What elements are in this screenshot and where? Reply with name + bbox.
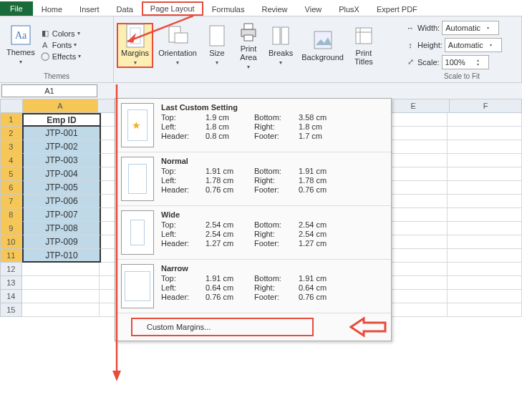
row-header[interactable]: 1 xyxy=(0,113,22,127)
row-header[interactable]: 4 xyxy=(0,154,22,167)
cell[interactable] xyxy=(448,167,522,181)
row-header[interactable]: 13 xyxy=(0,276,22,290)
effects-icon: ◯ xyxy=(40,52,50,62)
scale-input[interactable]: 100%▴▾ xyxy=(442,55,489,69)
cell[interactable] xyxy=(448,127,522,140)
margins-option-normal[interactable]: Normal Top:1.91 cmBottom:1.91 cm Left:1.… xyxy=(115,152,391,205)
size-button[interactable]: Size▾ xyxy=(202,22,232,69)
margins-option-wide[interactable]: Wide Top:2.54 cmBottom:2.54 cm Left:2.54… xyxy=(115,206,391,259)
print-titles-button[interactable]: Print Titles xyxy=(349,22,379,68)
row-header[interactable]: 2 xyxy=(0,127,22,140)
cell[interactable]: Emp ID xyxy=(22,113,102,127)
chevron-down-icon: ▾ xyxy=(134,59,137,66)
fonts-button[interactable]: AFonts ▾ xyxy=(40,40,81,50)
cell[interactable] xyxy=(448,263,522,276)
col-header-f[interactable]: F xyxy=(450,99,522,113)
row-header[interactable]: 7 xyxy=(0,195,22,208)
row-header[interactable]: 8 xyxy=(0,208,22,222)
col-header-a[interactable]: A xyxy=(23,99,98,113)
row-header[interactable]: 3 xyxy=(0,140,22,154)
cell[interactable] xyxy=(448,181,522,195)
svg-text:Aa: Aa xyxy=(15,30,27,41)
cell[interactable] xyxy=(448,113,522,127)
cell[interactable]: JTP-005 xyxy=(22,181,102,195)
cell[interactable]: JTP-009 xyxy=(22,235,102,249)
margins-option-narrow[interactable]: Narrow Top:1.91 cmBottom:1.91 cm Left:0.… xyxy=(115,260,391,313)
height-icon: ↕ xyxy=(405,40,415,50)
cell[interactable]: JTP-003 xyxy=(22,154,102,167)
cell[interactable] xyxy=(22,290,100,303)
cell[interactable] xyxy=(448,140,522,154)
width-select[interactable]: Automatic▾ xyxy=(442,21,499,35)
scale-label: Scale: xyxy=(417,58,440,67)
cell[interactable] xyxy=(448,290,522,303)
row-header[interactable]: 12 xyxy=(0,263,22,276)
margins-button[interactable]: Margins▾ xyxy=(117,23,153,68)
orientation-icon xyxy=(166,24,189,47)
scale-icon: ⤢ xyxy=(405,57,415,67)
print-area-button[interactable]: Print Area▾ xyxy=(233,18,264,73)
cell[interactable]: JTP-010 xyxy=(22,249,102,263)
cell[interactable] xyxy=(448,276,522,290)
svg-rect-11 xyxy=(281,27,289,44)
cell[interactable]: JTP-007 xyxy=(22,208,102,222)
tab-file[interactable]: File xyxy=(0,1,33,16)
cell[interactable] xyxy=(448,208,522,222)
cell[interactable] xyxy=(448,154,522,167)
chevron-down-icon: ▾ xyxy=(490,43,498,47)
cell[interactable] xyxy=(448,235,522,249)
themes-label: Themes xyxy=(6,48,35,57)
tab-data[interactable]: Data xyxy=(108,3,142,16)
scale-group-label: Scale to Fit xyxy=(405,72,518,81)
cell[interactable] xyxy=(22,276,100,290)
tab-insert[interactable]: Insert xyxy=(71,3,108,16)
margins-option-last[interactable]: ★ Last Custom Setting Top:1.9 cmBottom:3… xyxy=(115,99,391,152)
cell[interactable] xyxy=(22,263,100,276)
select-all[interactable] xyxy=(0,99,23,113)
tab-formulas[interactable]: Formulas xyxy=(203,3,253,16)
tab-expert-pdf[interactable]: Expert PDF xyxy=(368,3,426,16)
tab-view[interactable]: View xyxy=(296,3,331,16)
star-icon: ★ xyxy=(132,119,141,131)
orientation-button[interactable]: Orientation▾ xyxy=(155,22,200,69)
annotation-arrow-icon xyxy=(349,316,388,317)
effects-button[interactable]: ◯Effects ▾ xyxy=(40,52,81,62)
palette-icon: ◧ xyxy=(40,29,50,39)
height-select[interactable]: Automatic▾ xyxy=(445,38,502,52)
row-header[interactable]: 14 xyxy=(0,290,22,303)
tab-page-layout[interactable]: Page Layout xyxy=(142,1,203,16)
cell[interactable] xyxy=(22,303,100,317)
themes-group-label: Themes xyxy=(3,72,110,81)
themes-button[interactable]: Aa Themes▾ xyxy=(3,21,39,68)
cell[interactable] xyxy=(448,222,522,235)
row-header[interactable]: 11 xyxy=(0,249,22,263)
margin-title: Narrow xyxy=(161,264,385,273)
background-icon xyxy=(311,29,334,52)
breaks-button[interactable]: Breaks▾ xyxy=(265,22,296,69)
row-header[interactable]: 10 xyxy=(0,235,22,249)
margins-dropdown: ★ Last Custom Setting Top:1.9 cmBottom:3… xyxy=(115,98,392,317)
name-box[interactable]: A1 xyxy=(1,84,97,97)
cell[interactable]: JTP-008 xyxy=(22,222,102,235)
row-header[interactable]: 5 xyxy=(0,167,22,181)
chevron-down-icon: ▾ xyxy=(487,26,496,30)
cell[interactable] xyxy=(448,195,522,208)
cell[interactable]: JTP-004 xyxy=(22,167,102,181)
tab-review[interactable]: Review xyxy=(253,3,296,16)
tab-home[interactable]: Home xyxy=(33,3,71,16)
row-header[interactable]: 15 xyxy=(0,303,22,317)
width-icon: ↔ xyxy=(405,23,415,33)
cell[interactable]: JTP-002 xyxy=(22,140,102,154)
height-label: Height: xyxy=(417,41,443,49)
colors-button[interactable]: ◧Colors ▾ xyxy=(40,29,81,39)
row-header[interactable]: 9 xyxy=(0,222,22,235)
chevron-down-icon: ▾ xyxy=(19,59,22,65)
row-header[interactable]: 6 xyxy=(0,181,22,195)
tab-plusx[interactable]: PlusX xyxy=(330,3,368,16)
printer-icon xyxy=(237,20,260,43)
cell[interactable]: JTP-006 xyxy=(22,195,102,208)
cell[interactable] xyxy=(448,249,522,263)
background-button[interactable]: Background xyxy=(298,26,347,64)
cell[interactable] xyxy=(448,303,522,317)
cell[interactable]: JTP-001 xyxy=(22,127,102,140)
